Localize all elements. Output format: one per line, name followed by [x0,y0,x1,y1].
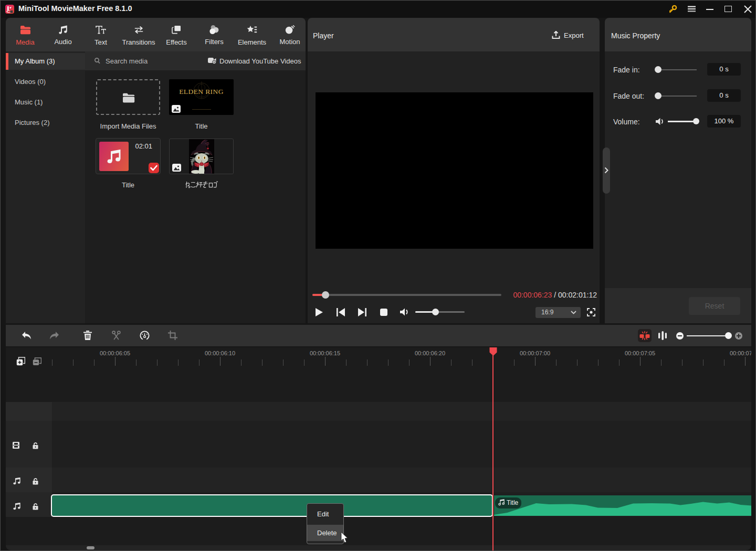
svg-text:ELDEN RING: ELDEN RING [179,88,224,96]
